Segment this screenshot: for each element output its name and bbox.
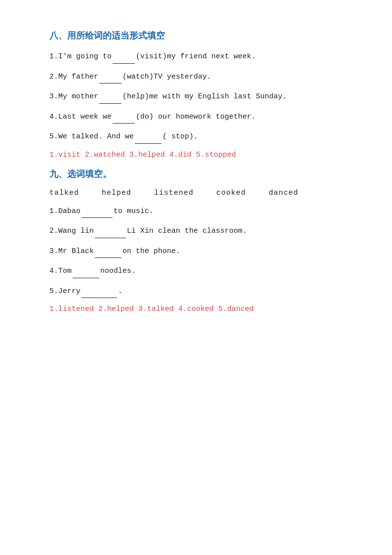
q8-2: 2.My father (watch)TV yesterday. (49, 71, 343, 84)
blank-8-2 (99, 71, 121, 84)
word-danced: danced (269, 189, 298, 197)
section-8-answers: 1.visit 2.watched 3.helped 4.did 5.stopp… (49, 151, 343, 159)
section-8-title: 八、用所给词的适当形式填空 (49, 30, 343, 42)
q9-1: 1.Dabao to music. (49, 205, 343, 218)
section-8: 八、用所给词的适当形式填空 1.I'm going to (visit)my f… (49, 30, 343, 159)
q8-3: 3.My mother (help)me with my English las… (49, 90, 343, 104)
section-9-answers: 1.listened 2.helped 3.talked 4.cooked 5.… (49, 305, 343, 313)
blank-8-5 (135, 130, 161, 144)
blank-9-2 (95, 225, 126, 238)
q9-3: 3.Mr Black on the phone. (49, 245, 343, 258)
blank-8-4 (113, 111, 135, 124)
blank-9-1 (81, 205, 113, 218)
word-bank: talked helped listened cooked danced (49, 189, 343, 197)
word-helped: helped (102, 189, 131, 197)
q8-5: 5.We talked. And we ( stop). (49, 130, 343, 144)
blank-9-3 (95, 245, 121, 258)
q9-4: 4.Tom noodles. (49, 265, 343, 278)
q9-2: 2.Wang lin Li Xin clean the classroom. (49, 225, 343, 238)
q8-4: 4.Last week we (do) our homework togethe… (49, 111, 343, 124)
q9-5: 5.Jerry . (49, 285, 343, 299)
blank-9-5 (81, 285, 117, 299)
blank-8-1 (113, 50, 135, 64)
word-talked: talked (49, 189, 79, 197)
word-cooked: cooked (216, 189, 246, 197)
blank-8-3 (99, 90, 121, 104)
blank-9-4 (73, 265, 99, 278)
word-listened: listened (154, 189, 194, 197)
section-9: 九、选词填空。 talked helped listened cooked da… (49, 168, 343, 314)
section-9-title: 九、选词填空。 (49, 168, 343, 180)
q8-1: 1.I'm going to (visit)my friend next wee… (49, 50, 343, 64)
